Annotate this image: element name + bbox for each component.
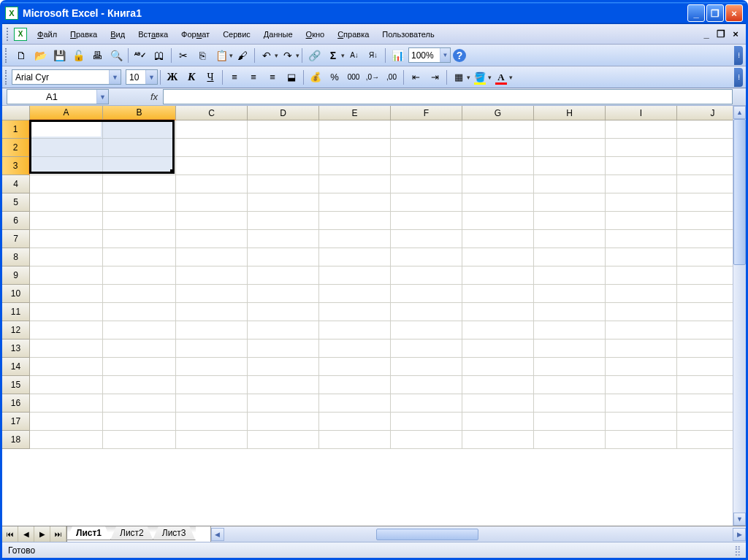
cell-D1[interactable] [248,120,319,139]
scroll-right-button[interactable]: ▶ [733,528,746,541]
cell-G4[interactable] [462,175,534,193]
vertical-scrollbar[interactable]: ▲ ▼ [733,106,746,526]
cell-E14[interactable] [319,358,391,376]
cell-G15[interactable] [462,376,534,394]
comma-style-button[interactable]: 000 [345,69,362,86]
cell-E8[interactable] [319,248,391,266]
cell-C14[interactable] [176,358,248,376]
cell-C10[interactable] [176,285,248,303]
sort-desc-button[interactable]: Я↓ [365,47,382,64]
chart-wizard-button[interactable]: 📊 [389,47,406,64]
cell-B16[interactable] [103,394,176,413]
cell-D9[interactable] [248,266,319,285]
menu-window[interactable]: Окно [300,28,331,41]
cell-F5[interactable] [391,193,462,212]
row-header-18[interactable]: 18 [2,431,30,449]
maximize-button[interactable]: ❐ [706,4,724,22]
cell-B13[interactable] [103,340,176,358]
cell-I11[interactable] [606,303,677,321]
cell-B9[interactable] [103,266,176,285]
cell-H10[interactable] [534,285,606,303]
cell-E9[interactable] [319,266,391,285]
sheet-tab-2[interactable]: Лист2 [110,526,153,540]
menu-help[interactable]: Справка [332,28,375,41]
cell-H9[interactable] [534,266,606,285]
cell-J10[interactable] [677,285,733,303]
cell-D7[interactable] [248,230,319,248]
cell-C3[interactable] [176,157,248,175]
cell-B7[interactable] [103,230,176,248]
cell-E15[interactable] [319,376,391,394]
tab-first-button[interactable]: ⏮ [2,526,18,542]
increase-indent-button[interactable]: ⇥ [426,69,443,86]
cell-D6[interactable] [248,212,319,230]
sort-asc-button[interactable]: А↓ [346,47,363,64]
cell-E3[interactable] [319,157,391,175]
cell-E6[interactable] [319,212,391,230]
cell-D8[interactable] [248,248,319,266]
italic-button[interactable]: К [183,69,200,86]
cell-B17[interactable] [103,413,176,431]
cell-H1[interactable] [534,120,606,139]
resize-grip-icon[interactable]: ⣿ [734,545,740,556]
bold-button[interactable]: Ж [164,69,181,86]
cell-H17[interactable] [534,413,606,431]
column-header-A[interactable]: A [30,106,103,120]
cell-J8[interactable] [677,248,733,266]
cell-D2[interactable] [248,139,319,157]
autosum-button[interactable]: Σ [324,47,342,64]
save-button[interactable]: 💾 [50,47,68,64]
cell-E2[interactable] [319,139,391,157]
cell-G13[interactable] [462,340,534,358]
new-button[interactable]: 🗋 [12,47,30,64]
align-center-button[interactable]: ≡ [245,69,262,86]
cell-C13[interactable] [176,340,248,358]
cell-A10[interactable] [30,285,103,303]
cell-A13[interactable] [30,340,103,358]
cell-J13[interactable] [677,340,733,358]
cell-I7[interactable] [606,230,677,248]
cell-B6[interactable] [103,212,176,230]
cell-H15[interactable] [534,376,606,394]
row-header-17[interactable]: 17 [2,413,30,431]
menu-insert[interactable]: Вставка [132,28,174,41]
cell-I17[interactable] [606,413,677,431]
cell-C7[interactable] [176,230,248,248]
cell-G16[interactable] [462,394,534,413]
cell-E12[interactable] [319,321,391,340]
row-header-4[interactable]: 4 [2,175,30,193]
cell-I8[interactable] [606,248,677,266]
redo-dropdown[interactable]: ▾ [296,52,299,59]
cell-A16[interactable] [30,394,103,413]
cell-F1[interactable] [391,120,462,139]
row-header-5[interactable]: 5 [2,193,30,212]
doc-restore-button[interactable]: ❐ [715,28,727,39]
copy-button[interactable]: ⎘ [194,47,211,64]
row-header-13[interactable]: 13 [2,340,30,358]
cell-H7[interactable] [534,230,606,248]
cell-I2[interactable] [606,139,677,157]
tab-prev-button[interactable]: ◀ [18,526,34,542]
cut-button[interactable]: ✂ [175,47,192,64]
cell-I3[interactable] [606,157,677,175]
chevron-down-icon[interactable]: ▼ [109,70,121,84]
redo-button[interactable]: ↷ [279,47,297,64]
cell-G12[interactable] [462,321,534,340]
horizontal-scrollbar[interactable]: ◀ ▶ [210,526,746,542]
cell-H2[interactable] [534,139,606,157]
cell-F10[interactable] [391,285,462,303]
cell-A12[interactable] [30,321,103,340]
cell-G11[interactable] [462,303,534,321]
cell-D15[interactable] [248,376,319,394]
print-preview-button[interactable]: 🔍 [107,47,125,64]
column-header-E[interactable]: E [319,106,391,120]
sheet-tab-3[interactable]: Лист3 [153,526,196,540]
row-header-9[interactable]: 9 [2,266,30,285]
row-header-1[interactable]: 1 [2,120,30,139]
cell-E1[interactable] [319,120,391,139]
zoom-combo[interactable]: 100%▼ [408,47,451,63]
scroll-up-button[interactable]: ▲ [733,106,746,119]
cell-F8[interactable] [391,248,462,266]
permission-button[interactable]: 🔓 [69,47,87,64]
cell-A6[interactable] [30,212,103,230]
